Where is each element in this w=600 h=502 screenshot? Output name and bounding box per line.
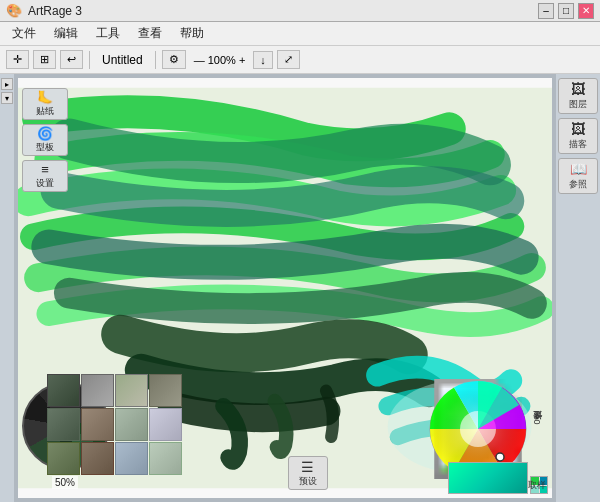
tool-cell-5[interactable] bbox=[47, 408, 80, 441]
layers-icon: 🖼 bbox=[571, 81, 585, 97]
app-title: ArtRage 3 bbox=[28, 4, 82, 18]
right-panel: 🖼 图层 🖼 描客 📖 参照 bbox=[556, 74, 600, 502]
close-button[interactable]: ✕ bbox=[578, 3, 594, 19]
sticker-button[interactable]: 🦶 贴纸 bbox=[22, 88, 68, 120]
sticker-label: 贴纸 bbox=[36, 105, 54, 118]
opacity-label: 全透性 0% bbox=[531, 379, 544, 459]
left-panel-btn2[interactable]: ▾ bbox=[1, 92, 13, 104]
app-icon: 🎨 bbox=[6, 3, 22, 18]
menu-view[interactable]: 查看 bbox=[130, 23, 170, 44]
menu-tools[interactable]: 工具 bbox=[88, 23, 128, 44]
tool-wheel[interactable]: ✎ bbox=[22, 374, 182, 494]
tool-cell-6[interactable] bbox=[81, 408, 114, 441]
menu-edit[interactable]: 编辑 bbox=[46, 23, 86, 44]
minimize-button[interactable]: – bbox=[538, 3, 554, 19]
tool-cell-11[interactable] bbox=[115, 442, 148, 475]
settings-sidebar-button[interactable]: ≡ 设置 bbox=[22, 160, 68, 192]
left-panel-btn1[interactable]: ▸ bbox=[1, 78, 13, 90]
percent-display: 50% bbox=[52, 476, 78, 489]
settings-icon: ⚙ bbox=[169, 53, 179, 66]
doc-title: Untitled bbox=[96, 53, 149, 67]
tool-cell-10[interactable] bbox=[81, 442, 114, 475]
zoom-control: — 100% + bbox=[190, 54, 250, 66]
ref2-icon: 📖 bbox=[570, 161, 587, 177]
undo-button[interactable]: ↩ bbox=[60, 50, 83, 69]
refs-icon: 🖼 bbox=[571, 121, 585, 137]
menubar: 文件 编辑 工具 查看 帮助 bbox=[0, 22, 600, 46]
tool-cell-12[interactable] bbox=[149, 442, 182, 475]
layers-button[interactable]: 🖼 图层 bbox=[558, 78, 598, 114]
tool-cell-9[interactable] bbox=[47, 442, 80, 475]
titlebar: 🎨 ArtRage 3 – □ ✕ bbox=[0, 0, 600, 22]
titlebar-left: 🎨 ArtRage 3 bbox=[6, 3, 82, 18]
preview-label: 预设 bbox=[299, 475, 317, 488]
maximize-button[interactable]: □ bbox=[558, 3, 574, 19]
preview-icon: ☰ bbox=[301, 459, 314, 475]
export-button[interactable]: ↓ bbox=[253, 51, 273, 69]
move-icon: ✛ bbox=[13, 53, 22, 66]
settings2-label: 设置 bbox=[36, 177, 54, 190]
layers-label: 图层 bbox=[569, 98, 587, 111]
grid-button[interactable]: ⊞ bbox=[33, 50, 56, 69]
template-button[interactable]: 🌀 型板 bbox=[22, 124, 68, 156]
settings2-icon: ≡ bbox=[41, 162, 49, 177]
menu-help[interactable]: 帮助 bbox=[172, 23, 212, 44]
preview-button[interactable]: ☰ 预设 bbox=[288, 456, 328, 490]
color-swatch[interactable] bbox=[448, 462, 528, 494]
grid-icon: ⊞ bbox=[40, 53, 49, 66]
sticker-icon: 🦶 bbox=[37, 90, 53, 105]
refs-label: 描客 bbox=[569, 138, 587, 151]
bottom-toolbar: ☰ 预设 bbox=[193, 456, 422, 490]
expand-icon: ⤢ bbox=[284, 53, 293, 66]
tool-cell-7[interactable] bbox=[115, 408, 148, 441]
main-area: ▸ ▾ bbox=[0, 74, 600, 502]
tool-cell-3[interactable] bbox=[115, 374, 148, 407]
settings-button[interactable]: ⚙ bbox=[162, 50, 186, 69]
refs-button[interactable]: 🖼 描客 bbox=[558, 118, 598, 154]
sample-label: 取样 bbox=[528, 479, 546, 492]
tool-cell-1[interactable] bbox=[47, 374, 80, 407]
toolbar-separator bbox=[89, 51, 90, 69]
left-panel: ▸ ▾ bbox=[0, 74, 14, 502]
tool-cell-8[interactable] bbox=[149, 408, 182, 441]
undo-icon: ↩ bbox=[67, 53, 76, 66]
ref2-label: 参照 bbox=[569, 178, 587, 191]
canvas-area[interactable]: 🦶 贴纸 🌀 型板 ≡ 设置 ✎ bbox=[18, 78, 552, 498]
tool-cell-2[interactable] bbox=[81, 374, 114, 407]
window-controls: – □ ✕ bbox=[538, 3, 594, 19]
expand-button[interactable]: ⤢ bbox=[277, 50, 300, 69]
template-label: 型板 bbox=[36, 141, 54, 154]
menu-file[interactable]: 文件 bbox=[4, 23, 44, 44]
export-icon: ↓ bbox=[260, 54, 266, 66]
toolbar-separator2 bbox=[155, 51, 156, 69]
left-sidebar-buttons: 🦶 贴纸 🌀 型板 ≡ 设置 bbox=[22, 88, 68, 192]
color-picker[interactable]: 全透性 0% 取样 bbox=[428, 379, 548, 494]
tool-cell-4[interactable] bbox=[149, 374, 182, 407]
move-tool-button[interactable]: ✛ bbox=[6, 50, 29, 69]
toolbar: ✛ ⊞ ↩ Untitled ⚙ — 100% + ↓ ⤢ bbox=[0, 46, 600, 74]
ref2-button[interactable]: 📖 参照 bbox=[558, 158, 598, 194]
template-icon: 🌀 bbox=[37, 126, 53, 141]
